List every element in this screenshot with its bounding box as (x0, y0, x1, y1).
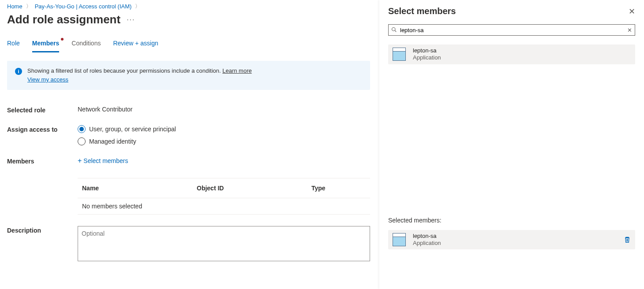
select-members-link[interactable]: + Select members (78, 157, 128, 165)
tab-members[interactable]: Members (32, 40, 59, 52)
main-content: Home 〉 Pay-As-You-Go | Access control (I… (0, 0, 377, 263)
selected-type: Application (413, 240, 441, 247)
description-input[interactable] (78, 226, 370, 261)
result-item[interactable]: lepton-sa Application (388, 44, 635, 64)
tab-conditions[interactable]: Conditions (71, 40, 101, 52)
svg-point-0 (392, 27, 396, 31)
col-type-header: Type (311, 185, 366, 192)
plus-icon: + (78, 157, 82, 165)
page-title-row: Add role assignment ··· (7, 13, 370, 26)
tab-bar: Role Members Conditions Review + assign (7, 40, 370, 52)
breadcrumb-home[interactable]: Home (7, 3, 22, 10)
info-icon: i (15, 68, 22, 75)
selected-role-value: Network Contributor (78, 106, 370, 113)
form: Selected role Network Contributor Assign… (7, 106, 370, 263)
description-label: Description (7, 226, 78, 234)
members-label: Members (7, 157, 78, 165)
tab-indicator-dot-icon (61, 38, 64, 41)
radio-icon (78, 137, 86, 145)
learn-more-link[interactable]: Learn more (222, 67, 251, 74)
breadcrumb: Home 〉 Pay-As-You-Go | Access control (I… (7, 3, 370, 10)
radio-user-group-sp[interactable]: User, group, or service principal (78, 125, 370, 133)
members-table: Name Object ID Type No members selected (78, 178, 370, 215)
selected-members-list: lepton-sa Application (388, 230, 635, 250)
result-type: Application (413, 54, 441, 61)
info-banner: i Showing a filtered list of roles becau… (7, 61, 370, 90)
selected-members-header: Selected members: (388, 217, 635, 224)
selected-name: lepton-sa (413, 233, 441, 240)
radio-icon (78, 125, 86, 133)
tab-review[interactable]: Review + assign (113, 40, 158, 52)
chevron-right-icon: 〉 (135, 3, 140, 10)
search-results: lepton-sa Application (388, 44, 635, 64)
member-search-input[interactable] (398, 27, 627, 33)
close-icon[interactable]: ✕ (629, 7, 635, 16)
selected-item: lepton-sa Application (388, 230, 635, 250)
page-title: Add role assignment (7, 13, 120, 26)
chevron-right-icon: 〉 (26, 3, 31, 10)
select-members-panel: Select members ✕ ✕ lepton-sa Application… (379, 0, 644, 289)
application-icon (393, 48, 406, 61)
more-menu-icon[interactable]: ··· (127, 16, 135, 24)
svg-line-1 (395, 30, 396, 32)
assign-access-radio-group: User, group, or service principal Manage… (78, 125, 370, 145)
table-row-empty: No members selected (78, 198, 370, 215)
selected-role-label: Selected role (7, 106, 78, 114)
col-name-header: Name (82, 185, 197, 192)
clear-icon[interactable]: ✕ (627, 27, 632, 33)
result-name: lepton-sa (413, 47, 441, 54)
tab-role[interactable]: Role (7, 40, 20, 52)
breadcrumb-scope[interactable]: Pay-As-You-Go | Access control (IAM) (35, 3, 132, 10)
assign-access-label: Assign access to (7, 125, 78, 133)
col-object-id-header: Object ID (197, 185, 311, 192)
view-my-access-link[interactable]: View my access (27, 76, 252, 84)
search-icon (391, 27, 397, 33)
remove-icon[interactable] (624, 236, 631, 243)
panel-title: Select members (388, 6, 456, 16)
info-message: Showing a filtered list of roles because… (27, 67, 252, 84)
member-search[interactable]: ✕ (388, 24, 635, 36)
radio-managed-identity[interactable]: Managed identity (78, 137, 370, 145)
application-icon (393, 233, 406, 246)
